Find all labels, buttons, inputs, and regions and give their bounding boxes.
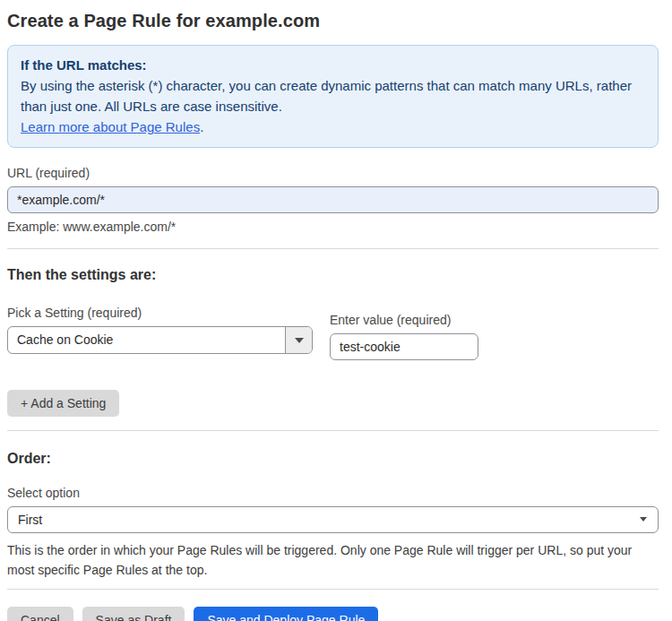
info-box-heading: If the URL matches: bbox=[21, 55, 645, 75]
link-period: . bbox=[200, 119, 203, 134]
info-box-link-line: Learn more about Page Rules. bbox=[21, 116, 645, 137]
info-box-body: By using the asterisk (*) character, you… bbox=[21, 75, 645, 116]
settings-section-heading: Then the settings are: bbox=[7, 267, 659, 283]
url-input[interactable] bbox=[7, 186, 659, 213]
chevron-down-icon bbox=[295, 338, 304, 343]
setting-picker-value: Cache on Cookie bbox=[8, 327, 285, 353]
save-and-deploy-button[interactable]: Save and Deploy Page Rule bbox=[194, 607, 378, 621]
url-example-helper: Example: www.example.com/* bbox=[7, 220, 659, 234]
order-select[interactable]: First bbox=[7, 506, 659, 533]
setting-row: Pick a Setting (required) Cache on Cooki… bbox=[7, 306, 659, 360]
setting-picker-group: Pick a Setting (required) Cache on Cooki… bbox=[7, 306, 313, 354]
url-match-info-box: If the URL matches: By using the asteris… bbox=[7, 45, 659, 148]
page-rule-form: Create a Page Rule for example.com If th… bbox=[0, 0, 672, 621]
setting-value-group: Enter value (required) bbox=[330, 313, 478, 360]
add-setting-button[interactable]: + Add a Setting bbox=[7, 390, 119, 417]
chevron-down-icon bbox=[640, 517, 647, 522]
divider bbox=[7, 248, 659, 249]
setting-picker-dropdown[interactable]: Cache on Cookie bbox=[7, 326, 313, 354]
divider bbox=[7, 589, 659, 590]
learn-more-link[interactable]: Learn more about Page Rules bbox=[21, 119, 200, 134]
url-field-group: URL (required) Example: www.example.com/… bbox=[7, 166, 659, 234]
setting-value-label: Enter value (required) bbox=[330, 313, 478, 327]
page-title: Create a Page Rule for example.com bbox=[7, 11, 659, 31]
url-field-label: URL (required) bbox=[7, 166, 659, 180]
setting-picker-arrow-button[interactable] bbox=[285, 327, 312, 353]
save-as-draft-button[interactable]: Save as Draft bbox=[82, 607, 185, 621]
order-select-value: First bbox=[8, 507, 658, 532]
cancel-button[interactable]: Cancel bbox=[7, 607, 73, 621]
setting-value-input[interactable] bbox=[330, 333, 478, 360]
form-actions: Cancel Save as Draft Save and Deploy Pag… bbox=[7, 607, 659, 621]
order-section-heading: Order: bbox=[7, 451, 659, 467]
order-select-label: Select option bbox=[7, 486, 659, 500]
divider bbox=[7, 430, 659, 431]
setting-picker-label: Pick a Setting (required) bbox=[7, 306, 313, 320]
order-helper-text: This is the order in which your Page Rul… bbox=[7, 540, 659, 580]
